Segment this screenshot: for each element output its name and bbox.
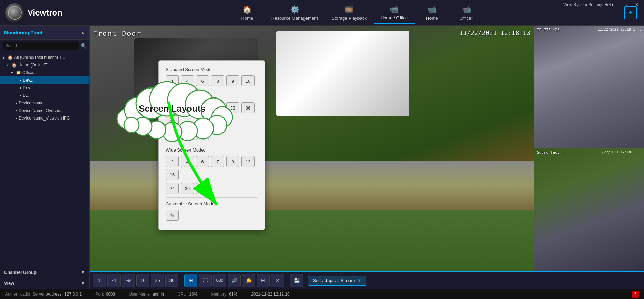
layout-9-btn[interactable]: -9 (122, 274, 135, 287)
channel-group-section[interactable]: Channel Group ▼ (0, 267, 89, 278)
tree-item-device-viewtron[interactable]: ▪ Device Name_Viewtron IPC (0, 114, 89, 122)
storage-icon: 🎞️ (344, 5, 354, 14)
view-section[interactable]: View ▼ (0, 278, 89, 289)
layout-10[interactable]: 10 (241, 75, 255, 86)
wide-48[interactable]: 48 (196, 183, 209, 194)
wide-2[interactable]: 2 (166, 156, 179, 167)
address-label: Address: (46, 292, 63, 297)
maximize-button[interactable]: □ (625, 2, 631, 8)
wide-7[interactable]: 7 (211, 156, 224, 167)
camera-grid: Front Door 11/22/2021 12:18:13 IP PTZ 42… (90, 26, 644, 271)
device-icon: ▪ (16, 101, 17, 105)
close-x-button[interactable]: ✕ (271, 274, 284, 287)
minimize-button[interactable]: — (615, 2, 623, 8)
side-camera-2[interactable]: IP Camera01 11/22/2021 12:18:15 (90, 271, 534, 271)
bell-button[interactable]: 🔔 (242, 274, 255, 287)
main-camera-bg (90, 26, 534, 271)
window-controls: View System Settings Help — □ ✕ (560, 0, 644, 10)
sidebar-header: Monitoring Point ▲ (0, 26, 89, 40)
search-bar: 🔍 (0, 40, 89, 52)
layout-1-btn[interactable]: 1 (93, 274, 106, 287)
tree-label-device-overview: Device Name_Overvie... (19, 108, 63, 113)
wide-9[interactable]: 9 (226, 156, 239, 167)
logo-area: Viewtron (0, 3, 90, 22)
view-arrow: ▼ (81, 281, 85, 286)
search-icon[interactable]: 🔍 (81, 43, 86, 49)
port-value: 6003 (106, 292, 115, 297)
sidebar-collapse-button[interactable]: ▲ (80, 30, 85, 35)
volume-button[interactable]: 🔊 (228, 274, 241, 287)
logo-icon (5, 3, 24, 22)
nav-storage[interactable]: 🎞️ Storage Playback (325, 2, 374, 23)
car2 (276, 31, 409, 116)
volume-icon: 🔊 (231, 278, 237, 283)
osd-button[interactable]: OSD (213, 274, 226, 287)
wide-4[interactable]: 4 (181, 156, 194, 167)
side-camera-3[interactable]: Subro fac... 11/22/2021 12:18:1... (534, 148, 644, 271)
tree-area: ▾ 🏠 All (Online/Total number:1... ▾ 🏠 Ho… (0, 52, 89, 267)
sidebar-title: Monitoring Point (4, 30, 42, 35)
device-viewtron-icon: ▪ (16, 116, 17, 121)
save-button[interactable]: 💾 (290, 274, 303, 287)
layout-16-btn[interactable]: 16 (136, 274, 149, 287)
nav-home-label: Home (241, 16, 253, 21)
tree-item-device-overview[interactable]: ▪ Device Name_Overvie... (0, 107, 89, 114)
tree-item-device-name[interactable]: ▪ Device Name... (0, 99, 89, 107)
layout-16-label: 16 (140, 278, 146, 283)
nav-home-office[interactable]: 📹 Home / Office (374, 2, 415, 24)
wide-12[interactable]: 12 (241, 156, 255, 167)
side-camera-1[interactable]: IP PTZ 425 11/22/2021 12:18:1... (534, 26, 644, 148)
toolbar-sep-2 (287, 275, 287, 286)
app-name: Viewtron (28, 8, 62, 18)
port-item: Port: 6003 (95, 292, 115, 297)
custom-mode-title: Customize Screen Mode: (166, 201, 258, 206)
close-x-icon: ✕ (276, 278, 280, 283)
layout-36[interactable]: 36 (241, 102, 255, 113)
stream-selector-button[interactable]: Self-adaptive Stream ▼ (308, 276, 366, 286)
user-item: User Name: admin (129, 292, 164, 297)
divider-2 (166, 197, 258, 198)
tree-item-dev2[interactable]: ▪ Dev... (0, 84, 89, 92)
wide-36[interactable]: 36 (181, 183, 194, 194)
divider-1 (166, 144, 258, 144)
layout-4-btn[interactable]: -4 (107, 274, 121, 287)
wide-6[interactable]: 6 (196, 156, 209, 167)
fullscreen-button[interactable]: ⛶ (199, 274, 212, 287)
layout-25-btn[interactable]: 25 (151, 274, 164, 287)
nav-resource[interactable]: ⚙️ Resource Management (264, 2, 325, 23)
channel-group-label: Channel Group (4, 270, 37, 275)
topbar: Viewtron 🏠 Home ⚙️ Resource Management 🎞… (0, 0, 644, 26)
tree-item-all[interactable]: ▾ 🏠 All (Online/Total number:1... (0, 54, 89, 61)
side-cam3-time: 11/22/2021 12:18:1... (598, 150, 641, 154)
tree-label-dev2: Dev... (23, 85, 33, 90)
tree-item-dev1[interactable]: ▪ Dev... (0, 76, 89, 84)
osd-label: OSD (216, 279, 224, 282)
wide-16[interactable]: 16 (166, 169, 179, 180)
nav-storage-label: Storage Playback (332, 16, 367, 21)
custom-row: ✎ (166, 210, 258, 221)
wide-24[interactable]: 24 (166, 183, 179, 194)
main-camera[interactable]: Front Door 11/22/2021 12:18:13 (90, 26, 534, 271)
alert-badge[interactable]: 5 (632, 291, 639, 298)
save-icon: 💾 (294, 278, 300, 283)
tree-item-home[interactable]: ▾ 🏠 Home (Online/T... (0, 61, 89, 69)
nav-office[interactable]: 📹 Office* (449, 2, 484, 23)
memory-value: 61% (229, 292, 237, 297)
nav-home-office-label: Home / Office (381, 15, 408, 20)
nav-home[interactable]: 🏠 Home (230, 2, 264, 23)
nav-home2-label: Home (426, 16, 438, 21)
tree-item-dev3[interactable]: ▪ D... (0, 92, 89, 99)
layout-36-btn[interactable]: 36 (165, 274, 178, 287)
side-cam1-label: IP PTZ 425 (537, 28, 560, 32)
toolbar-sep-1 (181, 275, 181, 286)
channel-group-arrow: ▼ (81, 270, 85, 275)
search-input[interactable] (3, 42, 79, 50)
home-icon: 🏠 (242, 5, 252, 14)
screen-layout-button[interactable]: ⊞ (184, 274, 197, 287)
tree-item-office[interactable]: ▾ 📁 Office... (0, 69, 89, 76)
grid-lines-button[interactable]: ⊟ (257, 274, 270, 287)
nav-office-label: Office* (460, 16, 473, 21)
nav-home2[interactable]: 📹 Home (415, 2, 449, 23)
close-button[interactable]: ✕ (633, 2, 641, 8)
customize-layout-button[interactable]: ✎ (166, 210, 179, 221)
